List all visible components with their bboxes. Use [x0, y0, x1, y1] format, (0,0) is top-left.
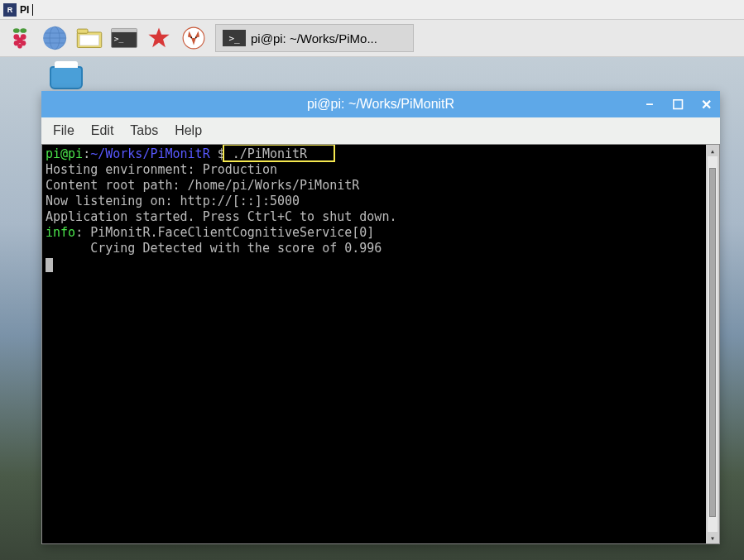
svg-rect-12: [79, 35, 98, 45]
svg-point-0: [13, 28, 20, 33]
terminal-line: Application started. Press Ctrl+C to shu…: [46, 209, 704, 225]
terminal-line: info: PiMonitR.FaceClientCognitiveServic…: [46, 225, 704, 241]
svg-marker-16: [148, 27, 169, 47]
terminal-prompt-line: pi@pi:~/Works/PiMonitR $ ./PiMonitR: [46, 146, 704, 162]
prompt-userhost: pi@pi: [46, 146, 83, 161]
terminal-line: Now listening on: http://[::]:5000: [46, 194, 704, 209]
svg-point-21: [190, 37, 192, 39]
scrollbar-track[interactable]: [708, 156, 718, 532]
app-icon: R: [3, 3, 17, 17]
close-button[interactable]: ✕: [698, 97, 713, 112]
scrollbar-thumb[interactable]: [709, 168, 716, 517]
terminal-titlebar[interactable]: pi@pi: ~/Works/PiMonitR – ☐ ✕: [41, 91, 720, 117]
terminal-menubar: File Edit Tabs Help: [41, 117, 720, 144]
svg-rect-14: [112, 28, 137, 31]
svg-point-7: [17, 44, 22, 49]
taskbar: >_ >_ pi@pi: ~/Works/PiMo...: [0, 20, 744, 57]
cursor-icon: [46, 258, 53, 272]
menu-tabs[interactable]: Tabs: [127, 122, 161, 140]
raspberry-icon[interactable]: [7, 25, 33, 51]
title-cursor: [32, 4, 33, 16]
prompt-path: ~/Works/PiMonitR: [90, 146, 210, 161]
terminal-cursor-line: [46, 256, 704, 272]
info-rest: : PiMonitR.FaceClientCognitiveService[0]: [75, 225, 374, 240]
terminal-content: pi@pi:~/Works/PiMonitR $ ./PiMonitR Host…: [46, 146, 704, 272]
svg-point-1: [20, 28, 26, 33]
terminal-title: pi@pi: ~/Works/PiMonitR: [307, 97, 454, 112]
terminal-line: Hosting environment: Production: [46, 162, 704, 178]
info-prefix: info: [46, 225, 75, 240]
folder-icon[interactable]: [76, 25, 103, 51]
fox-icon[interactable]: [180, 25, 207, 51]
minimize-button[interactable]: –: [642, 97, 657, 112]
menu-file[interactable]: File: [50, 122, 78, 140]
maximize-button[interactable]: ☐: [670, 97, 685, 112]
app-title: PI: [20, 4, 29, 16]
terminal-line: Crying Detected with the score of 0.996: [46, 241, 704, 256]
star-icon[interactable]: [146, 25, 172, 51]
prompt-command: ./PiMonitR: [233, 146, 307, 161]
prompt-colon: :: [83, 146, 90, 161]
terminal-icon: >_: [223, 30, 246, 46]
window-controls: – ☐ ✕: [642, 97, 713, 112]
scroll-down-icon[interactable]: ▾: [706, 532, 719, 543]
prompt-dollar: $: [210, 146, 233, 161]
trash-icon[interactable]: [50, 66, 83, 94]
terminal-icon[interactable]: >_: [111, 25, 137, 51]
globe-icon[interactable]: [41, 25, 68, 51]
svg-point-22: [195, 37, 197, 39]
terminal-window: pi@pi: ~/Works/PiMonitR – ☐ ✕ File Edit …: [41, 91, 720, 544]
terminal-scrollbar[interactable]: ▴ ▾: [706, 145, 719, 543]
window-top-bar: R PI: [0, 0, 744, 20]
taskbar-app-item[interactable]: >_ pi@pi: ~/Works/PiMo...: [215, 24, 414, 52]
svg-text:>_: >_: [114, 34, 124, 43]
menu-help[interactable]: Help: [171, 122, 205, 140]
svg-rect-11: [77, 29, 88, 33]
terminal-line: Content root path: /home/pi/Works/PiMoni…: [46, 178, 704, 194]
menu-edit[interactable]: Edit: [88, 122, 118, 140]
scroll-up-icon[interactable]: ▴: [706, 145, 719, 156]
taskbar-item-label: pi@pi: ~/Works/PiMo...: [251, 31, 377, 45]
terminal-body[interactable]: pi@pi:~/Works/PiMonitR $ ./PiMonitR Host…: [41, 144, 720, 544]
